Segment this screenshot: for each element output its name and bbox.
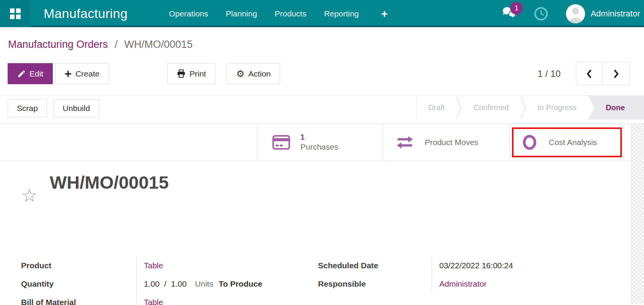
person-icon bbox=[566, 4, 585, 23]
print-button[interactable]: Print bbox=[167, 63, 215, 84]
quantity-uom: Units bbox=[195, 279, 214, 289]
responsible-field-value[interactable]: Administrator bbox=[439, 279, 487, 289]
quantity-separator: / bbox=[164, 279, 166, 289]
breadcrumb-parent-link[interactable]: Manufacturing Orders bbox=[8, 39, 108, 50]
top-navbar: Manufacturing Operations Planning Produc… bbox=[0, 0, 644, 27]
scrap-button[interactable]: Scrap bbox=[8, 99, 47, 117]
nav-menu-products[interactable]: Products bbox=[275, 9, 307, 18]
plus-icon[interactable]: + bbox=[381, 8, 388, 20]
edit-button-label: Edit bbox=[29, 69, 43, 78]
cost-analysis-smart-button[interactable]: Cost Analysis bbox=[510, 124, 631, 161]
breadcrumb: Manufacturing Orders / WH/MO/00015 bbox=[0, 27, 644, 51]
nav-menu-planning[interactable]: Planning bbox=[226, 9, 257, 18]
status-arrow bbox=[520, 96, 526, 119]
avatar[interactable] bbox=[566, 4, 585, 23]
pencil-icon bbox=[17, 70, 26, 78]
favorite-star-icon[interactable]: ☆ bbox=[21, 186, 37, 205]
activities-button[interactable] bbox=[534, 7, 548, 21]
printer-icon bbox=[177, 69, 186, 78]
field-group-left: Product Table Quantity 1.00 / 1.00 Units… bbox=[21, 256, 307, 305]
pager-next-button[interactable] bbox=[603, 62, 629, 85]
field-groups: Product Table Quantity 1.00 / 1.00 Units… bbox=[0, 256, 631, 305]
breadcrumb-current: WH/MO/00015 bbox=[124, 39, 193, 50]
bom-field-value[interactable]: Table bbox=[144, 298, 163, 305]
action-button-label: Action bbox=[248, 69, 271, 78]
chevron-right-icon bbox=[613, 69, 620, 79]
status-step-confirmed[interactable]: Confirmed bbox=[462, 96, 520, 119]
circle-icon bbox=[522, 134, 538, 151]
purchases-smart-button[interactable]: 1 Purchases bbox=[257, 124, 383, 161]
breadcrumb-separator: / bbox=[115, 39, 118, 50]
quantity-field-value: 1.00 / 1.00 Units To Produce bbox=[136, 275, 307, 293]
status-step-done[interactable]: Done bbox=[588, 96, 644, 119]
product-moves-smart-button[interactable]: Product Moves bbox=[383, 124, 510, 161]
control-panel: Edit Create Print ⚙ Action 1 / 10 bbox=[0, 62, 644, 85]
form-sheet: 1 Purchases Product Moves Cost Analysis bbox=[0, 124, 644, 304]
messages-count-badge: 1 bbox=[510, 2, 523, 15]
apps-grid-icon bbox=[10, 8, 21, 19]
record-header: ☆ WH/MO/00015 bbox=[0, 171, 631, 211]
pager: 1 / 10 bbox=[538, 62, 629, 85]
field-group-right: Scheduled Date 03/22/2022 16:00:24 Respo… bbox=[318, 256, 608, 293]
form-button-row: Scrap Unbuild Draft Confirmed In Progres… bbox=[0, 96, 644, 124]
action-button[interactable]: ⚙ Action bbox=[227, 63, 280, 84]
plus-icon bbox=[65, 70, 72, 77]
status-step-draft[interactable]: Draft bbox=[417, 96, 456, 119]
nav-menus: Operations Planning Products Reporting bbox=[169, 9, 359, 18]
nav-menu-operations[interactable]: Operations bbox=[169, 9, 208, 18]
quantity-field-label: Quantity bbox=[21, 275, 136, 293]
scheduled-date-field-value: 03/22/2022 16:00:24 bbox=[432, 256, 608, 275]
pager-value: 1 / 10 bbox=[538, 69, 561, 79]
quantity-suffix-label: To Produce bbox=[218, 279, 262, 289]
quantity-to-produce: 1.00 bbox=[171, 279, 187, 289]
clock-icon bbox=[534, 7, 548, 21]
apps-menu-button[interactable] bbox=[0, 0, 31, 27]
exchange-arrows-icon bbox=[396, 135, 414, 149]
status-arrow bbox=[456, 96, 462, 119]
create-button[interactable]: Create bbox=[55, 63, 109, 84]
app-title[interactable]: Manufacturing bbox=[44, 6, 127, 21]
scheduled-date-field-label: Scheduled Date bbox=[318, 256, 432, 275]
print-button-label: Print bbox=[189, 69, 206, 78]
chevron-left-icon bbox=[586, 69, 593, 79]
status-step-in-progress[interactable]: In Progress bbox=[526, 96, 588, 119]
nav-menu-reporting[interactable]: Reporting bbox=[324, 9, 359, 18]
quantity-produced: 1.00 bbox=[144, 279, 160, 289]
purchases-count: 1 bbox=[300, 132, 338, 142]
purchases-label: Purchases bbox=[300, 142, 338, 152]
credit-card-icon bbox=[272, 134, 290, 150]
product-field-value[interactable]: Table bbox=[144, 261, 163, 270]
product-field-label: Product bbox=[21, 256, 136, 275]
gear-icon: ⚙ bbox=[236, 69, 245, 78]
pager-previous-button[interactable] bbox=[576, 62, 603, 85]
navbar-right: 1 Administrator bbox=[502, 4, 644, 23]
product-moves-label: Product Moves bbox=[425, 138, 478, 147]
user-menu[interactable]: Administrator bbox=[590, 9, 640, 19]
cost-analysis-label: Cost Analysis bbox=[549, 138, 597, 147]
bom-field-label: Bill of Material bbox=[21, 293, 136, 305]
create-button-label: Create bbox=[75, 69, 99, 78]
messages-button[interactable]: 1 bbox=[502, 7, 518, 21]
sheet-background-pattern bbox=[631, 124, 644, 304]
unbuild-button[interactable]: Unbuild bbox=[54, 99, 99, 117]
responsible-field-label: Responsible bbox=[318, 275, 432, 293]
record-title: WH/MO/00015 bbox=[50, 172, 169, 193]
smart-button-row: 1 Purchases Product Moves Cost Analysis bbox=[0, 124, 631, 161]
statusbar: Draft Confirmed In Progress Done bbox=[416, 96, 644, 119]
edit-button[interactable]: Edit bbox=[8, 63, 53, 84]
